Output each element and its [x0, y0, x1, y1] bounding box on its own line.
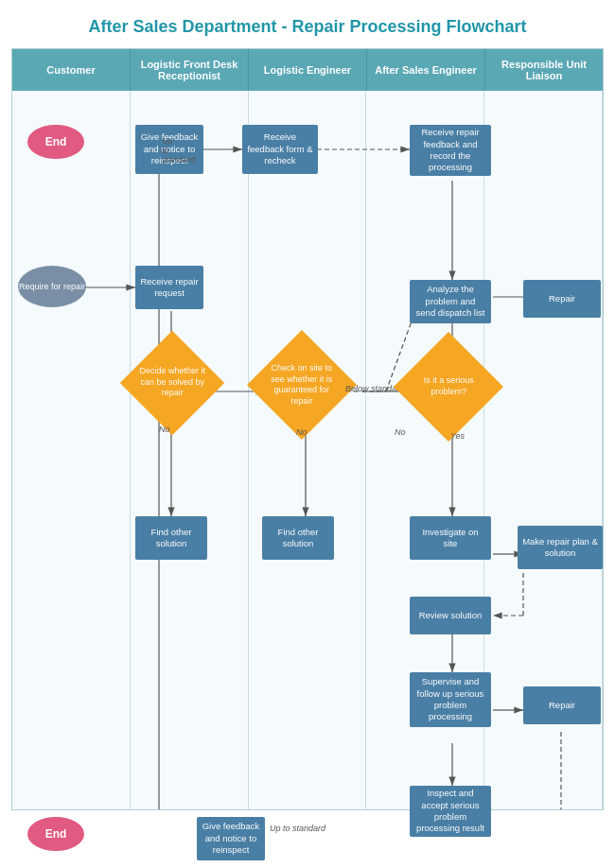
- lane-header-logistic-eng: Logistic Engineer: [249, 49, 367, 91]
- make-repair-box: Make repair plan & solution: [518, 526, 603, 569]
- lane-logistic-front: [131, 91, 249, 809]
- end-oval-1: End: [27, 125, 84, 159]
- up-to-standard-label-2: Up to standard: [270, 824, 325, 833]
- lanes-header: Customer Logistic Front Desk Receptionis…: [12, 49, 603, 91]
- inspect-box: Inspect and accept serious problem proce…: [410, 786, 491, 837]
- repair-2: Repair: [523, 686, 601, 724]
- supervise-box: Supervise and follow up serious problem …: [410, 672, 491, 727]
- find-other-2: Find other solution: [262, 516, 334, 560]
- no-label-3: No: [395, 427, 406, 437]
- lanes-body: End Require for repair End Give feedback…: [12, 91, 603, 809]
- receive-feedback-form: Receive feedback form & recheck: [242, 125, 318, 174]
- lane-logistic-eng: [249, 91, 367, 809]
- give-feedback-2: Give feedback and notice to reinspect: [197, 817, 265, 860]
- lane-header-responsible: Responsible Unit Liaison: [485, 49, 603, 91]
- no-label-2: No: [296, 427, 308, 437]
- find-other-1: Find other solution: [135, 516, 207, 560]
- no-label-1: No: [159, 425, 170, 434]
- lane-header-logistic-front: Logistic Front Desk Receptionist: [131, 49, 249, 91]
- investigate-box: Investigate on site: [410, 516, 491, 560]
- lane-header-customer: Customer: [12, 49, 131, 91]
- require-oval: Require for repair: [18, 266, 86, 307]
- page-title: After Sales Department - Repair Processi…: [0, 0, 615, 48]
- flowchart-container: Customer Logistic Front Desk Receptionis…: [11, 48, 604, 810]
- receive-repair-feedback: Receive repair feedback and record the p…: [410, 125, 491, 176]
- up-to-standard-label: Uptostandard: [162, 136, 195, 165]
- yes-label: Yes: [450, 431, 465, 441]
- analyze-box: Analyze the problem and send dispatch li…: [410, 280, 491, 323]
- receive-repair-request: Receive repair request: [135, 266, 203, 309]
- review-box: Review solution: [410, 597, 491, 634]
- repair-1: Repair: [523, 280, 601, 318]
- lane-header-after-sales: After Sales Engineer: [367, 49, 485, 91]
- end-oval-2: End: [27, 817, 84, 851]
- lane-customer: [12, 91, 131, 809]
